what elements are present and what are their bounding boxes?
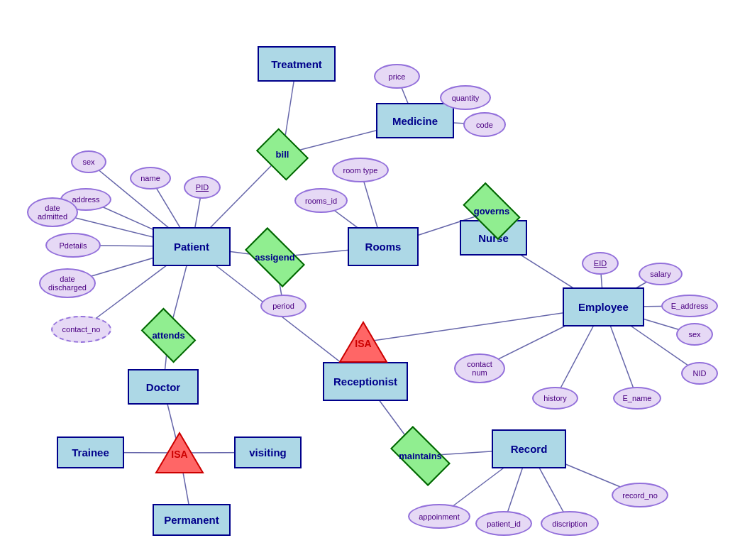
relationship-attends: attends: [138, 316, 199, 355]
attribute-quantity: quantity: [440, 85, 491, 110]
entity-patient: Patient: [153, 227, 231, 266]
attribute-nid: NID: [681, 362, 718, 385]
entity-receptionist: Receptionist: [323, 362, 408, 401]
attribute-salary: salary: [639, 263, 683, 285]
attribute-patient_id: patient_id: [475, 511, 532, 536]
attribute-period: period: [260, 295, 307, 317]
entity-trainee: Trainee: [57, 437, 124, 468]
relationship-maintains: maintains: [387, 437, 454, 476]
entity-employee: Employee: [563, 287, 644, 326]
er-diagram-canvas: TreatmentMedicinePatientRoomsNurseEmploy…: [0, 0, 740, 560]
attribute-e_address: E_address: [661, 295, 718, 317]
attribute-price: price: [374, 64, 420, 89]
attribute-name: name: [130, 167, 171, 190]
entity-treatment: Treatment: [258, 46, 336, 82]
attribute-sex: sex: [71, 150, 106, 173]
entity-visiting: visiting: [234, 437, 302, 468]
relationship-governs: governs: [460, 192, 524, 231]
entity-permanent: Permanent: [153, 504, 231, 536]
attribute-contact_num: contact num: [454, 353, 505, 383]
attribute-discription: discription: [541, 511, 599, 536]
relationship-bill: bill: [254, 135, 311, 174]
attribute-record_no: record_no: [612, 483, 668, 507]
attribute-history: history: [532, 387, 578, 410]
attribute-date_admitted: date admitted: [27, 197, 78, 227]
attribute-appoinment: appoinment: [408, 504, 470, 529]
attribute-sex2: sex: [676, 323, 713, 346]
attribute-room_type: room type: [332, 158, 389, 182]
attribute-date_discharged: date discharged: [39, 268, 96, 298]
isa-isa1: ISA: [155, 432, 204, 474]
attribute-eid: EID: [582, 252, 619, 275]
attribute-pdetails: Pdetails: [45, 233, 101, 258]
attribute-contact_no: contact_no: [51, 316, 111, 343]
isa-isa2: ISA: [338, 321, 388, 363]
entity-medicine: Medicine: [376, 103, 454, 138]
attribute-pid: PID: [184, 176, 221, 199]
entity-doctor: Doctor: [128, 369, 199, 405]
attribute-e_name: E_name: [613, 387, 661, 410]
attribute-rooms_id: rooms_id: [294, 188, 348, 213]
entity-rooms: Rooms: [348, 227, 419, 266]
entity-record: Record: [492, 429, 566, 468]
relationship-assigend: assigend: [241, 238, 309, 277]
attribute-code: code: [463, 112, 506, 137]
